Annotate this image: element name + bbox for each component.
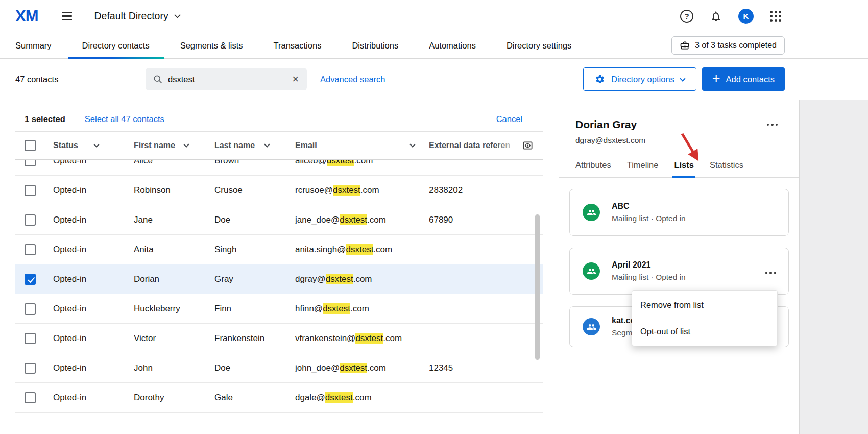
- row-checkbox[interactable]: [25, 214, 36, 226]
- row-checkbox[interactable]: [25, 160, 36, 166]
- table-row[interactable]: Opted-inDorothyGaledgale@dsxtest.com: [15, 383, 543, 413]
- cell-first-name: Anita: [127, 245, 207, 255]
- table-row[interactable]: Opted-inAnitaSinghanita.singh@dsxtest.co…: [15, 235, 543, 264]
- directory-selector[interactable]: Default Directory: [94, 10, 180, 22]
- cell-external-ref: 2838202: [422, 185, 543, 196]
- contact-more-icon[interactable]: [766, 120, 779, 129]
- column-header-first-name[interactable]: First name: [127, 141, 207, 150]
- search-highlight: dsxtest: [323, 303, 350, 314]
- sort-chevron-icon[interactable]: [183, 141, 189, 147]
- tasks-completed-button[interactable]: 3 of 3 tasks completed: [671, 36, 785, 55]
- tab-statistics[interactable]: Statistics: [710, 160, 743, 177]
- search-input[interactable]: [168, 75, 286, 84]
- vertical-scrollbar[interactable]: [535, 214, 540, 360]
- sort-chevron-icon[interactable]: [93, 141, 99, 147]
- page-gutter: [799, 100, 868, 434]
- menu-item-opt-out-of-list[interactable]: Opt-out of list: [632, 318, 777, 345]
- column-header-external-ref[interactable]: External data referen: [422, 140, 543, 152]
- tab-summary[interactable]: Summary: [15, 32, 52, 59]
- cell-last-name: Doe: [207, 215, 288, 225]
- cell-last-name: Singh: [207, 245, 288, 255]
- tab-attributes[interactable]: Attributes: [575, 160, 611, 177]
- selection-bar: 1 selected Select all 47 contacts Cancel: [15, 107, 543, 132]
- add-contacts-button[interactable]: + Add contacts: [702, 67, 785, 91]
- cell-first-name: Dorian: [127, 274, 207, 284]
- cell-external-ref: 67890: [422, 215, 543, 225]
- mailing-list-icon: [583, 262, 600, 280]
- row-checkbox[interactable]: [25, 303, 36, 315]
- table-row[interactable]: Opted-inHuckleberryFinnhfinn@dsxtest.com: [15, 294, 543, 324]
- selected-count: 1 selected: [25, 114, 65, 124]
- column-label: Last name: [214, 141, 255, 150]
- table-row[interactable]: Opted-inJohnDoejohn_doe@dsxtest.com12345: [15, 353, 543, 383]
- table-row[interactable]: Opted-inAliceBrownaliceb@dsxtest.com: [15, 160, 543, 176]
- advanced-search-link[interactable]: Advanced search: [320, 75, 385, 84]
- list-card-abc[interactable]: ABC Mailing list · Opted in: [569, 189, 789, 236]
- search-highlight: dsxtest: [325, 392, 353, 403]
- column-header-status[interactable]: Status: [46, 141, 127, 150]
- column-preview-icon[interactable]: [522, 140, 534, 152]
- menu-item-remove-from-list[interactable]: Remove from list: [632, 292, 777, 318]
- column-label: Status: [53, 141, 78, 150]
- tab-directory-contacts[interactable]: Directory contacts: [82, 32, 150, 59]
- column-header-email[interactable]: Email: [288, 141, 422, 150]
- row-checkbox-cell: [15, 363, 46, 374]
- row-checkbox[interactable]: [25, 392, 36, 403]
- cancel-selection-link[interactable]: Cancel: [496, 114, 522, 124]
- annotation-arrow-icon: [674, 129, 708, 166]
- list-card-april-2021[interactable]: April 2021 Mailing list · Opted in: [569, 248, 789, 295]
- cell-first-name: Jane: [127, 215, 207, 225]
- tab-segments-lists[interactable]: Segments & lists: [180, 32, 243, 59]
- help-icon[interactable]: ?: [680, 10, 693, 23]
- cell-status: Opted-in: [46, 160, 127, 166]
- list-name: April 2021: [612, 260, 686, 270]
- sort-chevron-icon[interactable]: [264, 141, 270, 147]
- clear-search-icon[interactable]: ×: [291, 74, 300, 85]
- search-highlight: dsxtest: [326, 274, 353, 284]
- search-icon: [153, 74, 163, 84]
- sort-chevron-icon[interactable]: [409, 141, 415, 147]
- row-checkbox-cell: [15, 333, 46, 344]
- row-checkbox[interactable]: [25, 185, 36, 196]
- hamburger-menu-icon[interactable]: [60, 10, 74, 22]
- apps-grid-icon[interactable]: [770, 11, 781, 22]
- table-row[interactable]: Opted-inRobinsonCrusoercrusoe@dsxtest.co…: [15, 176, 543, 205]
- table-row[interactable]: Opted-inJaneDoejane_doe@dsxtest.com67890: [15, 205, 543, 235]
- cell-first-name: Alice: [127, 160, 207, 166]
- row-checkbox[interactable]: [25, 274, 36, 285]
- notifications-icon[interactable]: [710, 10, 722, 22]
- cell-email: anita.singh@dsxtest.com: [288, 245, 422, 255]
- cell-email: jane_doe@dsxtest.com: [288, 215, 422, 225]
- column-header-last-name[interactable]: Last name: [207, 141, 288, 150]
- select-all-checkbox[interactable]: [25, 140, 36, 151]
- cell-first-name: Victor: [127, 333, 207, 344]
- list-more-icon[interactable]: [764, 269, 778, 277]
- tab-timeline[interactable]: Timeline: [627, 160, 659, 177]
- cell-email: hfinn@dsxtest.com: [288, 304, 422, 314]
- directory-options-label: Directory options: [611, 75, 674, 84]
- cell-last-name: Finn: [207, 304, 288, 314]
- content: 1 selected Select all 47 contacts Cancel…: [0, 100, 868, 434]
- select-all-link[interactable]: Select all 47 contacts: [85, 114, 164, 124]
- tab-directory-settings[interactable]: Directory settings: [507, 32, 571, 59]
- tab-transactions[interactable]: Transactions: [274, 32, 322, 59]
- row-checkbox[interactable]: [25, 363, 36, 374]
- plus-icon: +: [712, 71, 720, 85]
- user-avatar[interactable]: K: [738, 9, 754, 24]
- table-row[interactable]: Opted-inVictorFrankensteinvfrankenstein@…: [15, 324, 543, 353]
- row-checkbox[interactable]: [25, 244, 36, 255]
- tab-distributions[interactable]: Distributions: [352, 32, 398, 59]
- cell-status: Opted-in: [46, 333, 127, 344]
- primary-nav: Summary Directory contacts Segments & li…: [0, 32, 868, 59]
- cell-first-name: Dorothy: [127, 393, 207, 403]
- search-box[interactable]: ×: [146, 68, 307, 90]
- directory-options-button[interactable]: Directory options: [583, 67, 696, 91]
- cell-last-name: Gale: [207, 393, 288, 403]
- row-checkbox[interactable]: [25, 333, 36, 344]
- tab-automations[interactable]: Automations: [429, 32, 476, 59]
- cell-last-name: Brown: [207, 160, 288, 166]
- cell-first-name: Robinson: [127, 185, 207, 196]
- row-checkbox-cell: [15, 303, 46, 315]
- gear-icon: [595, 74, 605, 84]
- table-row[interactable]: Opted-inDorianGraydgray@dsxtest.com: [15, 264, 543, 294]
